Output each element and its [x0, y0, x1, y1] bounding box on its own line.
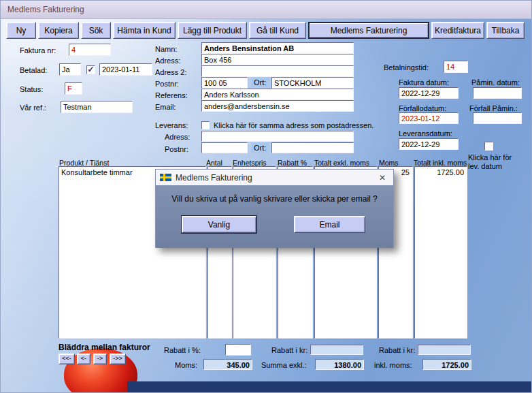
postnr-field[interactable]: 100 05	[201, 77, 248, 89]
leverans-same-address-text: Klicka här för samma adress som postadre…	[214, 121, 373, 129]
toolbar-button-ny[interactable]: Ny	[6, 22, 36, 39]
toolbar-button-ga-till-kund[interactable]: Gå till Kund	[249, 22, 306, 39]
nav-first-button[interactable]: <<-	[59, 353, 75, 364]
faktura-datum-field[interactable]: 2022-12-29	[399, 87, 459, 99]
adress-field[interactable]: Box 456	[201, 54, 354, 65]
toolbar-button-tillbaka[interactable]: Tillbaka	[486, 22, 525, 39]
leverans-ort-label: Ort:	[252, 143, 268, 153]
rabatt-kr-1-field	[310, 345, 363, 355]
pamin-datum-field[interactable]	[473, 87, 522, 99]
totalt-inkl-list[interactable]: 1725.00	[414, 166, 467, 339]
nav-last-button[interactable]: ->>	[110, 353, 126, 364]
app-window: Medlems Fakturering Ny Kopiera Sök Hämta…	[0, 0, 532, 393]
rabatt-pct-input[interactable]	[225, 344, 251, 356]
bladdra-label: Bläddra mellan fakturor	[59, 343, 150, 352]
namn-label: Namn:	[155, 45, 177, 53]
adress-label: Adress:	[155, 57, 180, 65]
email-label: Email:	[155, 103, 176, 111]
nav-prev-button[interactable]: <-	[77, 353, 90, 364]
forfallodatum-field[interactable]: 2023-01-12	[399, 112, 459, 124]
window-title: Medlems Fakturering	[7, 5, 84, 14]
vanlig-button[interactable]: Vanlig	[182, 216, 256, 233]
var-ref-field[interactable]: Testman	[61, 101, 133, 113]
inkl-moms-value: 1725.00	[422, 359, 471, 370]
close-icon[interactable]: ✕	[376, 172, 389, 184]
status-field[interactable]: F	[65, 82, 82, 95]
faktura-nr-field[interactable]: 4	[69, 44, 111, 56]
namn-field[interactable]: Anders Bensinstation AB	[201, 42, 354, 54]
betalad-datum-field[interactable]: 2023-01-11	[99, 63, 152, 76]
rabatt-pct-label: Rabatt i %:	[164, 346, 201, 354]
lev-datum-check-text: Klicka här för lev. datum	[468, 153, 516, 171]
leverans-adress-label: Adress:	[165, 133, 190, 141]
betalad-label: Betalad:	[20, 66, 47, 74]
dialog-message: Vill du skriva ut på vanlig skrivare ell…	[156, 194, 393, 204]
toolbar-button-sok[interactable]: Sök	[81, 22, 111, 39]
betalad-value-field[interactable]: Ja	[59, 63, 81, 76]
toolbar-button-kopiera[interactable]: Kopiera	[38, 22, 79, 39]
summa-exkl-label: Summa exkl.:	[261, 361, 307, 369]
leverans-adress-field[interactable]	[201, 131, 354, 142]
email-field[interactable]: anders@andersbensin.se	[201, 100, 354, 112]
forfall-pamin-field[interactable]	[473, 112, 522, 124]
ort-label: Ort:	[252, 78, 268, 87]
leverans-postnr-field[interactable]	[201, 142, 248, 153]
print-dialog: Medlems Fakturering ✕ Vill du skriva ut …	[155, 169, 394, 248]
dialog-titlebar: Medlems Fakturering ✕	[156, 170, 393, 185]
inkl-moms-label: inkl. moms:	[374, 361, 412, 369]
forfall-pamin-label: Förfall Påmin.:	[469, 104, 518, 112]
leverans-postnr-label: Postnr:	[165, 145, 188, 153]
faktura-datum-label: Faktura datum:	[399, 78, 449, 87]
toolbar-button-medlems-fakturering[interactable]: Medlems Fakturering	[308, 22, 429, 39]
leveransdatum-field[interactable]: 2022-12-29	[399, 138, 459, 150]
toolbar-button-kreditfaktura[interactable]: Kreditfaktura	[431, 22, 484, 39]
betalningstid-field[interactable]: 14	[444, 61, 468, 73]
summa-exkl-value: 1380.00	[315, 359, 364, 370]
dialog-body: Vill du skriva ut på vanlig skrivare ell…	[156, 185, 393, 248]
swedish-flag-icon	[160, 174, 171, 181]
var-ref-label: Vår ref.:	[20, 104, 46, 112]
rabatt-kr-1-label: Rabatt i kr:	[271, 346, 307, 354]
email-button[interactable]: Email	[294, 216, 365, 233]
faktura-nr-label: Faktura nr:	[20, 46, 56, 54]
moms-total-label: Moms:	[175, 361, 197, 369]
lev-datum-checkbox[interactable]	[484, 142, 493, 151]
adress2-label: Adress 2:	[155, 68, 186, 76]
leverans-same-address-checkbox[interactable]	[201, 121, 210, 129]
rabatt-kr-2-label: Rabatt i kr:	[379, 346, 415, 354]
background-bottom-bar	[127, 381, 532, 393]
leverans-label: Leverans:	[155, 121, 188, 129]
referens-label: Referens:	[155, 91, 188, 99]
status-label: Status:	[20, 85, 43, 93]
moms-total-value: 345.00	[203, 359, 252, 370]
referens-field[interactable]: Anders Karlsson	[201, 89, 354, 100]
ort-field[interactable]: STOCKHOLM	[271, 77, 354, 89]
postnr-label: Postnr:	[155, 80, 179, 88]
dialog-title: Medlems Fakturering	[176, 173, 252, 183]
totalt-inkl-row[interactable]: 1725.00	[415, 167, 467, 177]
toolbar-button-lagg-till-produkt[interactable]: Lägg till Produkt	[178, 22, 247, 39]
betalningstid-label: Betalningstid:	[384, 63, 429, 72]
pamin-datum-label: Påmin. datum:	[471, 78, 520, 87]
betalad-checkbox[interactable]: ✓	[86, 65, 95, 74]
leveransdatum-label: Leveransdatum:	[399, 129, 452, 138]
adress2-field[interactable]	[201, 65, 354, 77]
window-titlebar: Medlems Fakturering	[1, 1, 531, 19]
toolbar: Ny Kopiera Sök Hämta in Kund Lägg till P…	[6, 22, 525, 39]
toolbar-button-hamta-in-kund[interactable]: Hämta in Kund	[113, 22, 176, 39]
nav-next-button[interactable]: ->	[93, 353, 107, 364]
rabatt-kr-2-field	[418, 345, 471, 355]
leverans-ort-field[interactable]	[271, 142, 354, 153]
forfallodatum-label: Förfallodatum:	[399, 104, 446, 112]
